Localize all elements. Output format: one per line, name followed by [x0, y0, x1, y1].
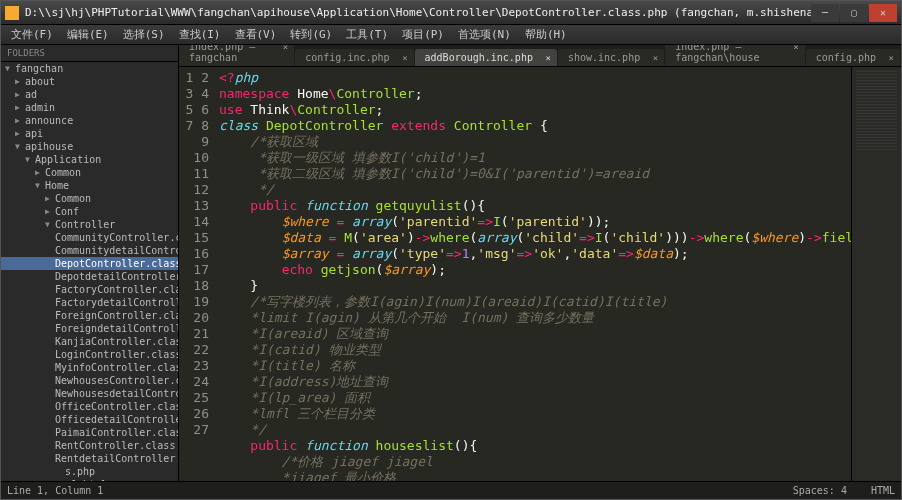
- tree-arrow-icon: ▼: [35, 181, 45, 190]
- editor-tab[interactable]: show.inc.php×: [558, 49, 664, 66]
- tree-item[interactable]: DepotdetailController.class.php: [1, 270, 178, 283]
- tree-label: api: [25, 128, 43, 139]
- minimize-button[interactable]: ─: [811, 4, 839, 22]
- tree-item[interactable]: ▼Application: [1, 153, 178, 166]
- tree-arrow-icon: ▶: [45, 207, 55, 216]
- tree-label: admin: [25, 102, 55, 113]
- tree-label: OfficeController.class.php: [55, 401, 178, 412]
- tree-label: apihouse: [25, 141, 73, 152]
- tree-item[interactable]: ▶ad: [1, 88, 178, 101]
- tree-item[interactable]: ▶Conf: [1, 205, 178, 218]
- menu-item[interactable]: 查找(I): [173, 25, 227, 44]
- menu-item[interactable]: 查看(V): [229, 25, 283, 44]
- menu-item[interactable]: 文件(F): [5, 25, 59, 44]
- file-tree[interactable]: ▼fangchan▶about▶ad▶admin▶announce▶api▼ap…: [1, 62, 178, 481]
- tree-item[interactable]: OfficedetailController.class.php: [1, 413, 178, 426]
- menu-item[interactable]: 转到(G): [284, 25, 338, 44]
- code-editor[interactable]: <?phpnamespace Home\Controller;use Think…: [219, 67, 851, 481]
- tree-label: RentdetailController.class.php: [55, 453, 178, 464]
- editor-tab[interactable]: index.php — fangchan×: [179, 45, 294, 66]
- maximize-button[interactable]: ▢: [840, 4, 868, 22]
- tree-item[interactable]: ForeigndetailController.class.php: [1, 322, 178, 335]
- tree-item[interactable]: ▶admin: [1, 101, 178, 114]
- tree-item[interactable]: LoginController.class.php: [1, 348, 178, 361]
- tree-item[interactable]: RentdetailController.class.php: [1, 452, 178, 465]
- menu-item[interactable]: 项目(P): [396, 25, 450, 44]
- tree-label: NewhousesController.class.php: [55, 375, 178, 386]
- editor-tab[interactable]: index.php — fangchan\house×: [665, 45, 805, 66]
- tree-label: Controller: [55, 219, 115, 230]
- tab-close-icon[interactable]: ×: [546, 53, 551, 63]
- tree-label: RentController.class.php: [55, 440, 178, 451]
- status-syntax[interactable]: HTML: [871, 485, 895, 496]
- tree-label: DepotController.class.php: [55, 258, 178, 269]
- close-button[interactable]: ✕: [869, 4, 897, 22]
- tree-item[interactable]: CommunityController.class.php: [1, 231, 178, 244]
- tree-item[interactable]: CommunitydetailController.class.php: [1, 244, 178, 257]
- tree-arrow-icon: ▼: [15, 142, 25, 151]
- tree-item[interactable]: ▶api: [1, 127, 178, 140]
- status-bar: Line 1, Column 1 Spaces: 4 HTML: [1, 481, 901, 499]
- tree-label: FactoryController.class.php: [55, 284, 178, 295]
- tree-item[interactable]: OfficeController.class.php: [1, 400, 178, 413]
- tree-arrow-icon: ▼: [45, 220, 55, 229]
- menu-item[interactable]: 工具(T): [340, 25, 394, 44]
- menu-item[interactable]: 帮助(H): [519, 25, 573, 44]
- tab-close-icon[interactable]: ×: [283, 45, 288, 52]
- tree-label: KanjiaController.class.php: [55, 336, 178, 347]
- tab-close-icon[interactable]: ×: [653, 53, 658, 63]
- tree-item[interactable]: FactoryController.class.php: [1, 283, 178, 296]
- tree-item[interactable]: ForeignController.class.php: [1, 309, 178, 322]
- tree-label: Home: [45, 180, 69, 191]
- tree-arrow-icon: ▶: [15, 116, 25, 125]
- tree-item[interactable]: ▼Home: [1, 179, 178, 192]
- editor-tab[interactable]: config.inc.php×: [295, 49, 413, 66]
- tree-label: Common: [45, 167, 81, 178]
- tree-item[interactable]: ▼Controller: [1, 218, 178, 231]
- tree-item[interactable]: KanjiaController.class.php: [1, 335, 178, 348]
- tree-item[interactable]: RentController.class.php: [1, 439, 178, 452]
- tab-close-icon[interactable]: ×: [889, 53, 894, 63]
- sidebar: FOLDERS ▼fangchan▶about▶ad▶admin▶announc…: [1, 45, 179, 481]
- tree-item[interactable]: ▶about: [1, 75, 178, 88]
- menu-item[interactable]: 首选项(N): [452, 25, 517, 44]
- tree-item[interactable]: NewhousesController.class.php: [1, 374, 178, 387]
- tree-arrow-icon: ▶: [15, 77, 25, 86]
- editor-tab[interactable]: addBorough.inc.php×: [415, 49, 557, 66]
- tree-label: fangchan: [15, 63, 63, 74]
- tree-arrow-icon: ▶: [15, 129, 25, 138]
- tab-label: config.php: [816, 52, 876, 63]
- tree-item[interactable]: s.php: [1, 465, 178, 478]
- tree-arrow-icon: ▶: [45, 194, 55, 203]
- tree-item[interactable]: MyinfoController.class.php: [1, 361, 178, 374]
- tree-item[interactable]: FactorydetailController.class.php: [1, 296, 178, 309]
- tab-label: addBorough.inc.php: [425, 52, 533, 63]
- menu-item[interactable]: 选择(S): [117, 25, 171, 44]
- tree-label: Common: [55, 193, 91, 204]
- tree-item[interactable]: NewhousesdetailController.class.php: [1, 387, 178, 400]
- tree-item[interactable]: ▶announce: [1, 114, 178, 127]
- tree-item[interactable]: PaimaiController.class.php: [1, 426, 178, 439]
- tree-label: PaimaiController.class.php: [55, 427, 178, 438]
- tree-item[interactable]: ▼apihouse: [1, 140, 178, 153]
- tree-label: NewhousesdetailController.class.php: [55, 388, 178, 399]
- status-cursor[interactable]: Line 1, Column 1: [7, 485, 769, 496]
- tree-label: DepotdetailController.class.php: [55, 271, 178, 282]
- tree-label: about: [25, 76, 55, 87]
- tree-item[interactable]: ▼fangchan: [1, 62, 178, 75]
- status-indent[interactable]: Spaces: 4: [793, 485, 847, 496]
- sidebar-title: FOLDERS: [1, 45, 178, 62]
- tree-label: Conf: [55, 206, 79, 217]
- tree-arrow-icon: ▶: [15, 103, 25, 112]
- tab-close-icon[interactable]: ×: [793, 45, 798, 52]
- tree-label: CommunityController.class.php: [55, 232, 178, 243]
- menu-item[interactable]: 编辑(E): [61, 25, 115, 44]
- tab-label: show.inc.php: [568, 52, 640, 63]
- tree-item[interactable]: ▶Common: [1, 192, 178, 205]
- editor-tab[interactable]: config.php×: [806, 49, 900, 66]
- tree-item[interactable]: DepotController.class.php: [1, 257, 178, 270]
- tree-label: announce: [25, 115, 73, 126]
- tab-close-icon[interactable]: ×: [402, 53, 407, 63]
- tree-item[interactable]: ▶Common: [1, 166, 178, 179]
- minimap[interactable]: [851, 67, 901, 481]
